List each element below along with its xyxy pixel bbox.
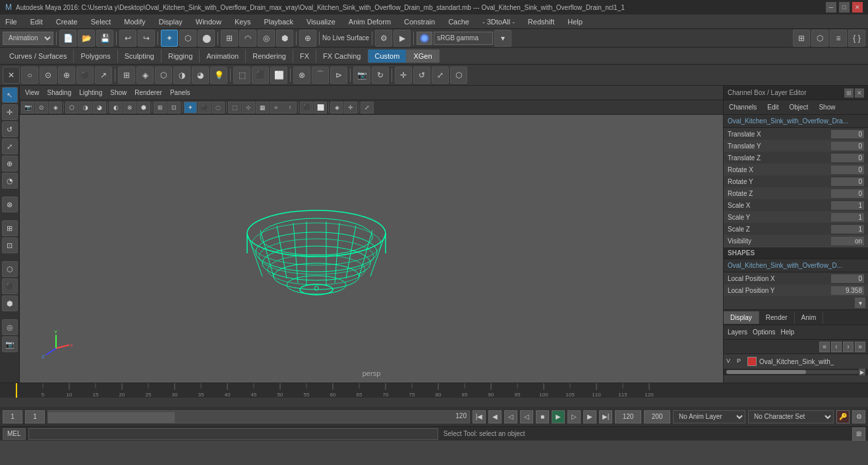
scale-tool-side-btn[interactable]: ⤢ bbox=[2, 139, 18, 154]
layer-nav-right-right[interactable]: » bbox=[855, 342, 865, 352]
universal-btn[interactable]: ⬡ bbox=[450, 67, 467, 84]
jump-end-btn[interactable]: ▶| bbox=[599, 410, 612, 423]
menu-anim-deform[interactable]: Anim Deform bbox=[346, 16, 393, 27]
paint-weights-btn[interactable]: ⚫ bbox=[2, 278, 18, 294]
menu-help[interactable]: Help bbox=[565, 16, 585, 27]
vp-smooth-wire-btn[interactable]: ◕ bbox=[93, 102, 106, 113]
vp-smooth-shade-btn[interactable]: ◑ bbox=[79, 102, 92, 113]
options-menu-btn[interactable]: Options bbox=[753, 328, 775, 336]
vp-paint-btn[interactable]: ⚫ bbox=[198, 102, 211, 113]
vp-menu-shading[interactable]: Shading bbox=[47, 89, 72, 96]
select-tool-button[interactable]: ✦ bbox=[161, 30, 178, 47]
translate-x-input[interactable] bbox=[831, 130, 864, 139]
hypershade-button[interactable]: ⬡ bbox=[811, 30, 828, 47]
isolate-btn[interactable]: ◈ bbox=[136, 67, 154, 84]
tab-rigging[interactable]: Rigging bbox=[161, 49, 200, 63]
move-btn[interactable]: ✛ bbox=[395, 67, 412, 84]
layer-nav-right[interactable]: › bbox=[843, 342, 854, 352]
menu-redshift[interactable]: Redshift bbox=[525, 16, 557, 27]
outliner-button[interactable]: ≡ bbox=[830, 30, 847, 47]
snap-point-button[interactable]: ◎ bbox=[258, 30, 275, 47]
menu-window[interactable]: Window bbox=[193, 16, 224, 27]
vp-point-btn[interactable]: ⊹ bbox=[242, 102, 255, 113]
layer-p-toggle[interactable]: P bbox=[737, 357, 745, 365]
tab-sculpting[interactable]: Sculpting bbox=[118, 49, 161, 63]
timeline-ruler[interactable]: 1 5 10 15 20 25 30 35 40 45 50 55 60 bbox=[0, 383, 868, 398]
viewport-canvas[interactable]: X Y Z persp bbox=[20, 115, 723, 383]
tab-object[interactable]: Object bbox=[787, 102, 811, 112]
all-lights-btn[interactable]: 💡 bbox=[210, 67, 227, 84]
curve-btn[interactable]: ⌒ bbox=[312, 67, 329, 84]
layer-nav-left[interactable]: ‹ bbox=[831, 342, 842, 352]
maximize-button[interactable]: □ bbox=[839, 2, 850, 13]
scale-y-input[interactable] bbox=[831, 213, 864, 222]
vp-grid-btn[interactable]: ⊞ bbox=[154, 102, 167, 113]
current-frame-input[interactable] bbox=[25, 410, 45, 423]
paint-select-button[interactable]: ⬤ bbox=[198, 30, 215, 47]
look-through-btn[interactable]: ⊙ bbox=[35, 102, 48, 113]
next-key-btn[interactable]: ▷ bbox=[567, 410, 581, 423]
rotate-x-input[interactable] bbox=[831, 166, 864, 174]
new-scene-button[interactable]: 📄 bbox=[59, 30, 76, 47]
translate-y-input[interactable] bbox=[831, 142, 864, 150]
shaded-btn[interactable]: ◑ bbox=[173, 67, 190, 84]
undo-button[interactable]: ↩ bbox=[119, 30, 136, 47]
vp-menu-show[interactable]: Show bbox=[110, 89, 127, 96]
save-button[interactable]: 💾 bbox=[96, 30, 113, 47]
shaded-textured-btn[interactable]: ◕ bbox=[192, 67, 209, 84]
tab-custom[interactable]: Custom bbox=[368, 49, 407, 63]
safe-frames-btn[interactable]: ⬜ bbox=[270, 67, 287, 84]
local-pos-y-input[interactable] bbox=[831, 286, 864, 295]
render-settings-button[interactable]: ⚙ bbox=[375, 30, 392, 47]
camera-btn[interactable]: 📷 bbox=[353, 67, 370, 84]
range-end-input[interactable] bbox=[615, 410, 641, 423]
show-manipulator-btn[interactable]: ⊗ bbox=[2, 197, 18, 212]
rotate-snap-btn[interactable]: ↻ bbox=[372, 67, 389, 84]
menu-3dtoall[interactable]: - 3DtoAll - bbox=[480, 16, 517, 27]
vp-hud-btn[interactable]: ⊡ bbox=[167, 102, 181, 113]
universal-tool-side-btn[interactable]: ⊕ bbox=[2, 156, 18, 171]
component-editor-btn[interactable]: ⬢ bbox=[2, 295, 18, 311]
anim-icons-btn[interactable]: ⊳ bbox=[330, 67, 347, 84]
scale-z-input[interactable] bbox=[831, 225, 864, 233]
layer-scrollbar[interactable]: ▶ bbox=[724, 369, 868, 375]
anim-layer-select[interactable]: No Anim Layer bbox=[673, 410, 745, 423]
move-tool-side-btn[interactable]: ✛ bbox=[2, 104, 18, 120]
vp-bbox-btn[interactable]: ⬚ bbox=[228, 102, 241, 113]
menu-select[interactable]: Select bbox=[88, 16, 114, 27]
tab-channels[interactable]: Channels bbox=[726, 102, 759, 112]
vp-menu-renderer[interactable]: Renderer bbox=[134, 89, 162, 96]
tab-anim[interactable]: Anim bbox=[795, 311, 824, 324]
rotate-btn[interactable]: ↺ bbox=[413, 67, 430, 84]
vp-texture-btn[interactable]: ▦ bbox=[256, 102, 269, 113]
stop-btn[interactable]: ■ bbox=[536, 410, 549, 423]
vp-ao-btn[interactable]: ⊗ bbox=[123, 102, 136, 113]
script-editor-open-btn[interactable]: ⊞ bbox=[852, 427, 865, 441]
color-space-input[interactable] bbox=[434, 32, 493, 45]
viewport[interactable]: View Shading Lighting Show Renderer Pane… bbox=[20, 86, 723, 383]
vp-normals-btn[interactable]: ↑ bbox=[283, 102, 297, 113]
tab-xgen[interactable]: XGen bbox=[407, 49, 439, 63]
select-tool-side-btn[interactable]: ↖ bbox=[2, 87, 18, 103]
menu-keys[interactable]: Keys bbox=[232, 16, 253, 27]
animation-mode-select[interactable]: Animation Modeling Rigging FX Rendering bbox=[3, 32, 53, 45]
manip-pivot-button[interactable]: ⊕ bbox=[299, 30, 316, 47]
dag-select-btn[interactable]: ⊕ bbox=[58, 67, 75, 84]
script-editor-button[interactable]: { } bbox=[848, 30, 865, 47]
bookmark-cam-btn[interactable]: ◈ bbox=[49, 102, 62, 113]
vp-wireframe-btn[interactable]: ⬡ bbox=[65, 102, 78, 113]
vp-menu-view[interactable]: View bbox=[25, 89, 40, 96]
timeline-range-bar[interactable] bbox=[0, 398, 868, 407]
camera-tools-btn[interactable]: 📷 bbox=[2, 336, 18, 352]
playback-settings-btn[interactable]: ⚙ bbox=[852, 410, 865, 423]
tab-render[interactable]: Render bbox=[759, 311, 795, 324]
arrow-btn[interactable]: ↗ bbox=[95, 67, 112, 84]
vp-xray-btn[interactable]: ◌ bbox=[212, 102, 225, 113]
vp-safe-btn[interactable]: ⬜ bbox=[314, 102, 327, 113]
layer-color-swatch[interactable] bbox=[747, 357, 757, 366]
render-view-button[interactable]: ⊞ bbox=[793, 30, 810, 47]
component-select-btn[interactable]: ✕ bbox=[3, 67, 20, 84]
shape-dropdown-btn[interactable]: ▾ bbox=[855, 297, 865, 308]
rotate-z-input[interactable] bbox=[831, 189, 864, 198]
scroll-right-btn[interactable]: ▶ bbox=[859, 369, 865, 375]
